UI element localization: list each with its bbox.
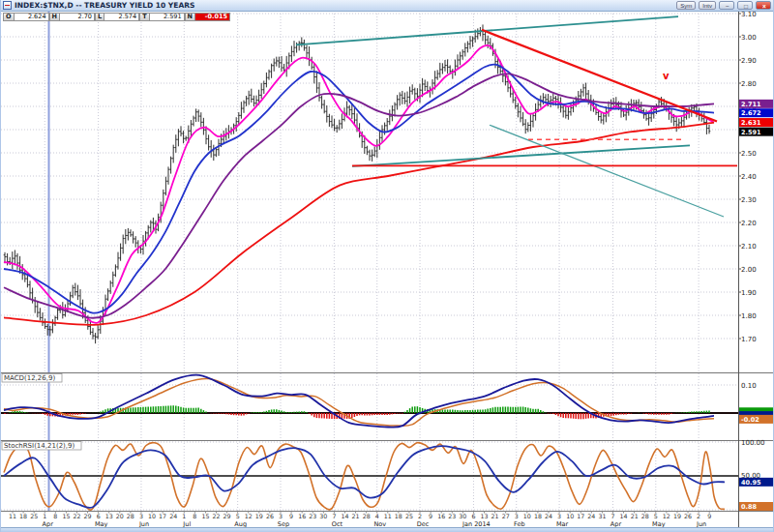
svg-text:3: 3 <box>557 513 561 519</box>
svg-text:1.70: 1.70 <box>741 336 757 343</box>
svg-text:2.40: 2.40 <box>741 173 757 181</box>
svg-text:17: 17 <box>577 513 584 519</box>
svg-text:7: 7 <box>610 513 614 519</box>
svg-text:4: 4 <box>375 513 379 519</box>
svg-text:2: 2 <box>697 513 700 519</box>
svg-text:5: 5 <box>654 513 658 519</box>
svg-text:23: 23 <box>448 513 456 519</box>
svg-text:0.10: 0.10 <box>741 382 757 390</box>
svg-text:19: 19 <box>255 513 263 519</box>
svg-text:28: 28 <box>641 513 649 519</box>
svg-text:2.591: 2.591 <box>741 129 761 136</box>
svg-text:7: 7 <box>332 513 336 519</box>
svg-text:15: 15 <box>201 513 209 519</box>
window-titlebar[interactable]: INDEX:$TNX,D -- TREASURY YIELD 10 YEARS … <box>1 0 773 12</box>
svg-text:StochRSI(14,21(2),9): StochRSI(14,21(2),9) <box>4 442 74 450</box>
svg-text:21: 21 <box>631 513 639 519</box>
svg-text:26: 26 <box>684 513 692 519</box>
svg-text:20: 20 <box>116 513 124 519</box>
close-button[interactable]: × <box>756 1 771 10</box>
svg-text:14: 14 <box>620 513 628 519</box>
svg-text:6: 6 <box>97 513 101 519</box>
macd-label: MACD(12,26,9) <box>2 374 62 383</box>
svg-text:18: 18 <box>395 513 402 519</box>
svg-text:1: 1 <box>182 513 186 519</box>
chart-icon <box>3 1 12 10</box>
svg-text:MACD(12,26,9): MACD(12,26,9) <box>4 374 55 382</box>
svg-text:26: 26 <box>266 513 274 519</box>
svg-text:8: 8 <box>193 513 196 519</box>
quote-high: H2.70 <box>49 13 95 21</box>
svg-text:6: 6 <box>471 513 475 519</box>
svg-text:12: 12 <box>245 513 253 519</box>
svg-text:24: 24 <box>545 513 552 519</box>
svg-text:17: 17 <box>159 513 166 519</box>
chart-canvas[interactable]: v3.103.002.902.802.702.602.502.402.302.2… <box>1 0 774 532</box>
svg-text:8: 8 <box>53 513 57 519</box>
svg-text:1: 1 <box>43 513 46 519</box>
wave-label: v <box>663 71 670 81</box>
chart-window: INDEX:$TNX,D -- TREASURY YIELD 10 YEARS … <box>0 0 774 532</box>
svg-text:31: 31 <box>598 513 606 519</box>
quote-low: L2.574 <box>95 13 139 21</box>
svg-text:10: 10 <box>148 513 156 519</box>
svg-text:40.95: 40.95 <box>741 479 761 487</box>
svg-text:9: 9 <box>289 513 293 519</box>
svg-text:11: 11 <box>9 513 16 519</box>
svg-text:10: 10 <box>566 513 574 519</box>
intv-button[interactable]: Intv <box>699 1 716 10</box>
svg-text:30: 30 <box>319 513 327 519</box>
svg-text:2.30: 2.30 <box>741 196 757 204</box>
svg-text:21: 21 <box>491 513 499 519</box>
svg-text:30: 30 <box>459 513 466 519</box>
svg-text:-0.02: -0.02 <box>741 416 759 424</box>
quote-net-change: N-0.015 <box>185 13 230 21</box>
svg-text:2.20: 2.20 <box>741 220 757 227</box>
svg-text:23: 23 <box>309 513 316 519</box>
svg-text:10: 10 <box>523 513 531 519</box>
svg-text:25: 25 <box>405 513 413 519</box>
svg-text:24: 24 <box>169 513 177 519</box>
svg-text:13: 13 <box>481 513 489 519</box>
svg-text:29: 29 <box>84 513 92 519</box>
svg-text:19: 19 <box>673 513 681 519</box>
svg-text:1.80: 1.80 <box>741 312 757 320</box>
svg-text:27: 27 <box>502 513 510 519</box>
svg-text:29: 29 <box>223 513 231 519</box>
svg-text:15: 15 <box>62 513 70 519</box>
svg-text:28: 28 <box>363 513 371 519</box>
svg-text:16: 16 <box>437 513 445 519</box>
svg-text:3: 3 <box>139 513 143 519</box>
svg-text:3: 3 <box>515 513 519 519</box>
svg-text:9: 9 <box>707 513 711 519</box>
svg-text:2.711: 2.711 <box>741 101 761 108</box>
minimize-button[interactable]: − <box>719 1 734 10</box>
window-frame-bottom <box>1 527 773 532</box>
svg-text:14: 14 <box>341 513 348 519</box>
svg-text:12: 12 <box>663 513 670 519</box>
svg-text:3.00: 3.00 <box>741 34 757 42</box>
svg-text:18: 18 <box>534 513 542 519</box>
quote-trade: T2.591 <box>139 13 184 21</box>
window-title: INDEX:$TNX,D -- TREASURY YIELD 10 YEARS <box>15 1 673 11</box>
svg-text:11: 11 <box>384 513 392 519</box>
svg-text:100.00: 100.00 <box>741 439 765 447</box>
stochrsi-label: StochRSI(14,21(2),9) <box>2 442 81 451</box>
svg-text:1.90: 1.90 <box>741 289 757 297</box>
maximize-button[interactable]: □ <box>737 1 753 10</box>
svg-text:5: 5 <box>236 513 240 519</box>
svg-text:2.50: 2.50 <box>741 150 757 158</box>
svg-text:2.90: 2.90 <box>741 57 757 65</box>
svg-text:2.631: 2.631 <box>741 119 761 127</box>
svg-text:9: 9 <box>429 513 432 519</box>
sym-button[interactable]: Sym <box>676 1 696 10</box>
quote-readout: O2.624 H2.70 L2.574 T2.591 N-0.015 <box>3 13 230 21</box>
quote-open: O2.624 <box>3 13 49 21</box>
svg-text:3: 3 <box>279 513 283 519</box>
svg-text:2.10: 2.10 <box>741 243 757 251</box>
svg-text:16: 16 <box>298 513 306 519</box>
svg-text:21: 21 <box>352 513 360 519</box>
svg-text:24: 24 <box>587 513 595 519</box>
svg-text:22: 22 <box>73 513 80 519</box>
svg-text:25: 25 <box>30 513 38 519</box>
